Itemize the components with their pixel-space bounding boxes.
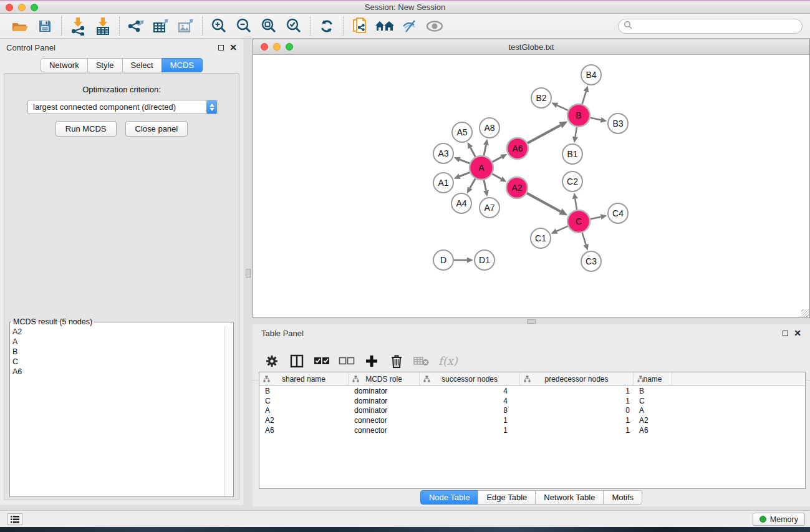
graph-node-C1[interactable]: C1 [531, 228, 551, 248]
tab-edge-table[interactable]: Edge Table [478, 490, 536, 505]
delete-column-icon[interactable] [388, 353, 405, 369]
edge-A6-B[interactable] [528, 122, 568, 143]
table-row[interactable]: Bdominator41B [259, 386, 805, 396]
tab-network[interactable]: Network [41, 58, 88, 72]
tab-style[interactable]: Style [87, 58, 123, 72]
export-table-icon[interactable] [148, 16, 173, 37]
graph-node-A2[interactable]: A2 [506, 177, 528, 198]
edge-C-C3[interactable] [582, 233, 589, 251]
import-table-icon[interactable] [90, 16, 115, 37]
edge-A-A2[interactable] [492, 174, 506, 182]
column-header-name[interactable]: name [634, 372, 672, 385]
refresh-icon[interactable] [314, 16, 339, 37]
edge-C-C4[interactable] [591, 214, 607, 220]
function-builder-icon[interactable]: f(x) [438, 354, 458, 367]
tab-select[interactable]: Select [122, 58, 162, 72]
cell-predecessor-nodes[interactable]: 1 [520, 387, 634, 395]
graph-node-A1[interactable]: A1 [433, 173, 453, 193]
memory-button[interactable]: Memory [753, 513, 805, 526]
graph-node-B2[interactable]: B2 [531, 88, 551, 108]
edge-A-A5[interactable] [468, 142, 476, 157]
show-panels-icon[interactable] [422, 16, 447, 37]
graph-node-A6[interactable]: A6 [507, 138, 528, 159]
edge-A-A3[interactable] [454, 157, 470, 163]
select-all-icon[interactable] [314, 353, 330, 369]
result-item[interactable]: C [12, 357, 231, 367]
cell-predecessor-nodes[interactable]: 1 [520, 426, 634, 435]
cell-predecessor-nodes[interactable]: 0 [520, 406, 634, 415]
graph-node-D1[interactable]: D1 [475, 250, 494, 270]
column-header-MCDS-role[interactable]: MCDS role [349, 372, 420, 385]
add-column-icon[interactable] [364, 353, 380, 369]
result-item[interactable]: A6 [12, 367, 231, 377]
open-session-icon[interactable] [7, 16, 32, 37]
cell-predecessor-nodes[interactable]: 1 [520, 416, 634, 425]
edge-A-A1[interactable] [454, 172, 470, 179]
edge-B-B4[interactable] [582, 85, 589, 104]
edge-C-C1[interactable] [551, 226, 567, 234]
graph-node-B1[interactable]: B1 [562, 144, 582, 164]
edge-B-B1[interactable] [572, 127, 578, 143]
cell-shared-name[interactable]: B [259, 387, 349, 395]
cell-successor-nodes[interactable]: 1 [420, 416, 520, 425]
run-mcds-button[interactable]: Run MCDS [55, 121, 117, 137]
network-zoom-button[interactable] [286, 43, 293, 51]
deselect-all-icon[interactable] [339, 353, 355, 369]
cell-successor-nodes[interactable]: 4 [420, 387, 520, 395]
zoom-in-icon[interactable] [206, 16, 231, 37]
cell-MCDS-role[interactable]: dominator [349, 397, 420, 405]
cell-successor-nodes[interactable]: 1 [420, 426, 520, 435]
cell-predecessor-nodes[interactable]: 1 [520, 397, 634, 405]
close-panel-button[interactable]: Close panel [125, 121, 188, 137]
network-minimize-button[interactable] [273, 43, 281, 51]
cell-MCDS-role[interactable]: connector [349, 426, 420, 435]
task-history-button[interactable] [7, 513, 22, 525]
graph-node-B[interactable]: B [567, 104, 590, 127]
graph-node-A3[interactable]: A3 [433, 143, 453, 163]
close-panel-icon[interactable]: ✕ [229, 44, 237, 51]
zoom-window-button[interactable] [31, 4, 38, 11]
column-header-successor-nodes[interactable]: successor nodes [420, 372, 520, 385]
cell-MCDS-role[interactable]: connector [349, 416, 420, 425]
tab-network-table[interactable]: Network Table [535, 490, 604, 505]
cell-name[interactable]: A6 [634, 426, 672, 435]
tab-mcds[interactable]: MCDS [162, 58, 203, 72]
graph-node-A7[interactable]: A7 [480, 198, 499, 218]
graph-node-C[interactable]: C [567, 210, 590, 233]
close-window-button[interactable] [6, 4, 13, 11]
table-row[interactable]: Adominator80A [259, 406, 805, 416]
hide-panels-icon[interactable] [397, 16, 422, 37]
export-network-icon[interactable] [123, 16, 148, 37]
edge-C-C2[interactable] [572, 193, 578, 210]
cell-name[interactable]: C [634, 397, 672, 405]
edge-A-A4[interactable] [467, 178, 475, 193]
result-item[interactable]: B [12, 347, 231, 357]
edge-B-B2[interactable] [551, 103, 567, 110]
column-header-shared-name[interactable]: shared name [259, 372, 349, 385]
minimize-window-button[interactable] [18, 4, 26, 11]
criterion-dropdown[interactable]: largest connected component (directed) [27, 100, 218, 114]
cell-MCDS-role[interactable]: dominator [349, 406, 420, 415]
tab-motifs[interactable]: Motifs [603, 490, 642, 505]
graph-node-C2[interactable]: C2 [562, 172, 582, 191]
horizontal-divider-grip[interactable] [527, 319, 536, 324]
result-item[interactable]: A [12, 337, 231, 347]
graph-node-B3[interactable]: B3 [608, 114, 628, 133]
vertical-divider-grip[interactable] [246, 269, 251, 278]
table-row[interactable]: A2connector11A2 [259, 415, 805, 425]
zoom-fit-icon[interactable] [256, 16, 281, 37]
edge-A-A7[interactable] [483, 180, 489, 197]
import-network-icon[interactable] [65, 16, 90, 37]
cell-name[interactable]: A2 [634, 416, 672, 425]
graph-node-A4[interactable]: A4 [451, 193, 471, 213]
edge-B-B3[interactable] [591, 117, 607, 123]
home-icon[interactable] [372, 16, 397, 37]
export-image-icon[interactable] [173, 16, 198, 37]
cell-successor-nodes[interactable]: 8 [420, 406, 520, 415]
cell-successor-nodes[interactable]: 4 [420, 397, 520, 405]
network-close-button[interactable] [261, 43, 268, 51]
graph-node-B4[interactable]: B4 [581, 65, 601, 85]
window-resize-grip[interactable] [801, 309, 809, 317]
cell-MCDS-role[interactable]: dominator [349, 387, 420, 395]
cell-shared-name[interactable]: A [259, 406, 349, 415]
